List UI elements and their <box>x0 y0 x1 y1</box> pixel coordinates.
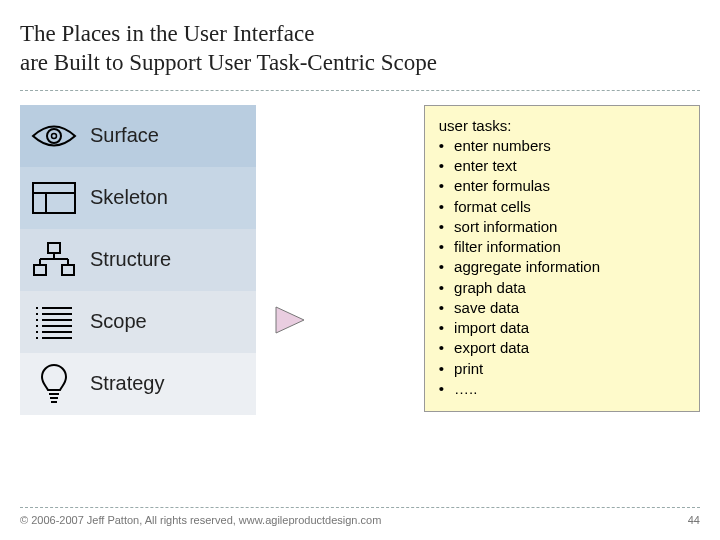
plane-label: Surface <box>80 124 159 147</box>
plane-skeleton: Skeleton <box>20 167 256 229</box>
plane-strategy: Strategy <box>20 353 256 415</box>
slide-title: The Places in the User Interface are Bui… <box>0 0 720 86</box>
svg-rect-5 <box>48 243 60 253</box>
content-area: Surface Skeleton <box>0 95 720 415</box>
svg-point-1 <box>52 133 57 138</box>
plane-surface: Surface <box>20 105 256 167</box>
eye-icon <box>28 113 80 159</box>
list-item: enter numbers <box>439 136 685 156</box>
list-item: print <box>439 359 685 379</box>
plane-label: Strategy <box>80 372 164 395</box>
list-item: format cells <box>439 197 685 217</box>
svg-rect-2 <box>33 183 75 213</box>
divider-top <box>20 90 700 91</box>
tasks-heading: user tasks: <box>439 116 685 136</box>
svg-marker-27 <box>276 307 304 333</box>
planes-stack: Surface Skeleton <box>20 105 256 415</box>
plane-label: Scope <box>80 310 147 333</box>
copyright-text: © 2006-2007 Jeff Patton, All rights rese… <box>20 514 381 526</box>
list-item: filter information <box>439 237 685 257</box>
list-icon <box>28 299 80 345</box>
wireframe-icon <box>28 175 80 221</box>
list-item: sort information <box>439 217 685 237</box>
plane-label: Structure <box>80 248 171 271</box>
footer: © 2006-2007 Jeff Patton, All rights rese… <box>20 507 700 526</box>
page-number: 44 <box>688 514 700 526</box>
list-item: import data <box>439 318 685 338</box>
plane-structure: Structure <box>20 229 256 291</box>
svg-point-0 <box>47 129 61 143</box>
lightbulb-icon <box>28 361 80 407</box>
svg-rect-6 <box>34 265 46 275</box>
plane-label: Skeleton <box>80 186 168 209</box>
list-item: enter text <box>439 156 685 176</box>
list-item: save data <box>439 298 685 318</box>
list-item: aggregate information <box>439 257 685 277</box>
pointer-arrow-icon <box>274 305 308 335</box>
plane-scope: Scope <box>20 291 256 353</box>
user-tasks-panel: user tasks: enter numbers enter text ent… <box>424 105 700 413</box>
hierarchy-icon <box>28 237 80 283</box>
list-item: enter formulas <box>439 176 685 196</box>
title-line-1: The Places in the User Interface <box>20 21 314 46</box>
divider-bottom <box>20 507 700 508</box>
list-item: graph data <box>439 278 685 298</box>
svg-rect-7 <box>62 265 74 275</box>
title-line-2: are Built to Support User Task-Centric S… <box>20 50 437 75</box>
list-item: export data <box>439 338 685 358</box>
tasks-list: enter numbers enter text enter formulas … <box>439 136 685 399</box>
list-item: ….. <box>439 379 685 399</box>
